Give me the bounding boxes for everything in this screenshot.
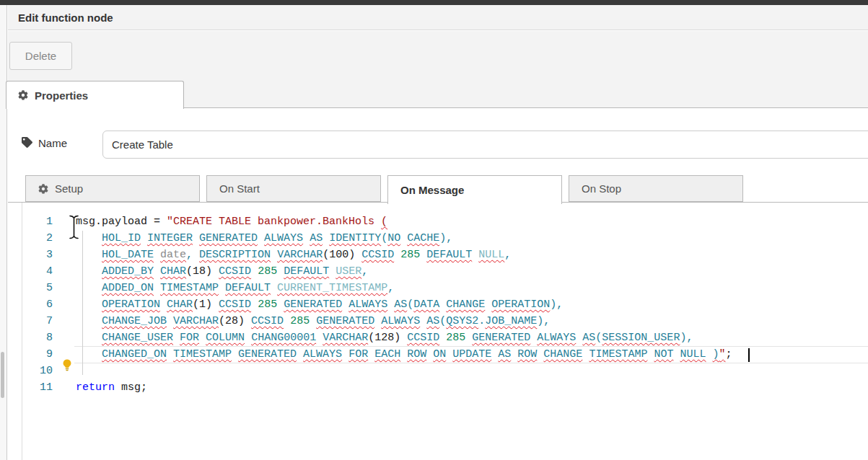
name-input[interactable] <box>102 131 868 159</box>
code-line[interactable]: CHANGE_USER FOR COLUMN CHANG00001 VARCHA… <box>76 329 868 346</box>
dialog-title: Edit function node <box>18 12 113 24</box>
tab-setup[interactable]: Setup <box>25 175 200 202</box>
tag-icon <box>22 137 32 148</box>
tab-on-message[interactable]: On Message <box>387 175 562 204</box>
line-number[interactable]: 9 <box>23 346 58 363</box>
line-number[interactable]: 1 <box>23 213 58 230</box>
tab-on-message-label: On Message <box>400 184 464 196</box>
text-caret <box>748 348 750 362</box>
line-number[interactable]: 3 <box>23 247 58 263</box>
tab-on-stop[interactable]: On Stop <box>569 175 743 202</box>
tab-properties-label: Properties <box>35 89 88 102</box>
code-line[interactable] <box>76 363 868 379</box>
delete-button[interactable]: Delete <box>9 42 72 70</box>
line-number[interactable]: 5 <box>23 280 58 296</box>
name-label: Name <box>38 137 67 149</box>
code-line[interactable]: return msg; <box>76 379 868 396</box>
line-number[interactable]: 4 <box>23 263 58 280</box>
code-line[interactable]: msg.payload = "CREATE TABLE bankpower.Ba… <box>76 213 868 230</box>
gear-icon <box>38 184 48 194</box>
code-line[interactable]: HOL_ID INTEGER GENERATED ALWAYS AS IDENT… <box>76 230 868 247</box>
left-scrollbar-thumb[interactable] <box>1 352 4 398</box>
ibeam-cursor-icon <box>69 215 79 239</box>
code-lines[interactable]: msg.payload = "CREATE TABLE bankpower.Ba… <box>76 213 868 396</box>
edit-function-node-dialog: Edit function node Delete Properties Nam… <box>0 0 868 460</box>
tab-properties[interactable]: Properties <box>6 81 184 109</box>
window-top-bar <box>0 0 868 5</box>
line-number[interactable]: 10 <box>23 363 58 379</box>
line-number[interactable]: 7 <box>23 313 58 329</box>
gear-icon <box>18 90 28 100</box>
code-line[interactable]: CHANGE_JOB VARCHAR(28) CCSID 285 GENERAT… <box>76 313 868 329</box>
line-number-gutter[interactable]: 1234567891011 <box>23 213 58 396</box>
tray-header: Edit function node <box>8 5 868 30</box>
tab-setup-label: Setup <box>55 182 83 195</box>
code-editor[interactable]: 1234567891011 msg.payload = "CREATE TABL… <box>22 203 868 460</box>
code-line[interactable]: OPERATION CHAR(1) CCSID 285 GENERATED AL… <box>76 296 868 313</box>
line-number[interactable]: 6 <box>23 296 58 313</box>
code-line[interactable]: HOL_DATE date, DESCRIPTION VARCHAR(100) … <box>76 247 868 263</box>
left-scrollbar-track[interactable] <box>0 5 7 460</box>
tab-on-start-label: On Start <box>219 182 260 195</box>
tab-on-start[interactable]: On Start <box>206 175 381 202</box>
code-line[interactable]: ADDED_BY CHAR(18) CCSID 285 DEFAULT USER… <box>76 263 868 280</box>
line-number[interactable]: 2 <box>23 230 58 247</box>
line-number[interactable]: 11 <box>23 379 58 396</box>
tab-on-stop-label: On Stop <box>582 182 621 195</box>
code-line[interactable]: ADDED_ON TIMESTAMP DEFAULT CURRENT_TIMES… <box>76 280 868 296</box>
line-number[interactable]: 8 <box>23 329 58 346</box>
lightbulb-icon[interactable] <box>61 359 73 371</box>
